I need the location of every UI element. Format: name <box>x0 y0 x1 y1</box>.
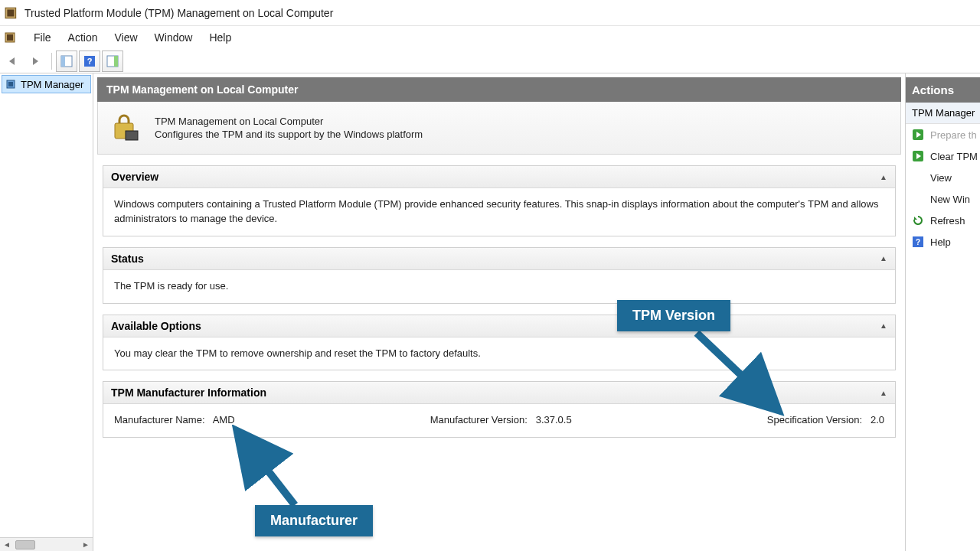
action-label: Prepare th <box>930 129 977 141</box>
svg-text:?: ? <box>916 238 920 246</box>
arrow-right-icon <box>30 56 44 67</box>
section-header-mfr[interactable]: TPM Manufacturer Information ▲ <box>103 382 895 404</box>
spec-version-value: 2.0 <box>871 414 884 425</box>
callout-manufacturer: Manufacturer <box>255 505 373 536</box>
svg-rect-9 <box>114 56 118 67</box>
blank-icon <box>912 193 924 205</box>
section-title: Available Options <box>111 320 201 332</box>
mfr-version-label: Manufacturer Version: <box>430 414 528 425</box>
refresh-icon <box>912 214 924 227</box>
panel-right-icon <box>106 55 119 67</box>
actions-header: Actions <box>906 77 980 103</box>
actions-pane: Actions TPM Manager Prepare th Clear TPM… <box>905 73 980 551</box>
menubar: File Action View Window Help <box>0 26 980 49</box>
action-pane-button[interactable] <box>102 51 123 72</box>
back-button[interactable] <box>3 51 24 72</box>
section-manufacturer-info: TPM Manufacturer Information ▲ Manufactu… <box>103 381 896 438</box>
section-overview: Overview ▲ Windows computers containing … <box>103 165 896 236</box>
tree-horizontal-scrollbar[interactable]: ◄ ► <box>0 537 93 551</box>
overview-body: Windows computers containing a Trusted P… <box>103 188 895 236</box>
scroll-thumb[interactable] <box>15 540 35 549</box>
svg-rect-13 <box>126 131 138 140</box>
toolbar: ? <box>0 49 980 73</box>
tpm-app-icon-small <box>5 31 17 44</box>
collapse-icon: ▲ <box>880 173 887 181</box>
svg-text:?: ? <box>87 57 93 66</box>
play-icon <box>912 129 924 141</box>
action-label: Clear TPM <box>930 151 978 162</box>
action-refresh[interactable]: Refresh <box>906 210 980 231</box>
toolbar-separator <box>51 53 52 70</box>
help-icon: ? <box>912 236 924 248</box>
action-view[interactable]: View <box>906 167 980 188</box>
mfr-name-value: AMD <box>213 414 235 425</box>
svg-rect-1 <box>7 9 14 16</box>
menu-action[interactable]: Action <box>60 28 106 47</box>
panel-icon <box>60 55 73 67</box>
section-title: Overview <box>111 171 158 183</box>
chip-icon <box>5 78 18 90</box>
svg-rect-5 <box>61 56 65 67</box>
tpm-app-icon <box>5 6 18 20</box>
intro-title: TPM Management on Local Computer <box>155 116 423 127</box>
section-status: Status ▲ The TPM is ready for use. <box>103 247 896 304</box>
arrow-left-icon <box>7 56 21 67</box>
action-clear-tpm[interactable]: Clear TPM <box>906 145 980 167</box>
tree-item-tpm[interactable]: TPM Manager <box>2 75 91 93</box>
menu-file[interactable]: File <box>26 28 59 47</box>
menu-view[interactable]: View <box>106 28 145 47</box>
options-body: You may clear the TPM to remove ownershi… <box>103 337 895 370</box>
action-label: New Win <box>930 194 970 205</box>
content-header: TPM Management on Local Computer <box>97 77 901 102</box>
help-icon: ? <box>83 55 96 67</box>
section-available-options: Available Options ▲ You may clear the TP… <box>103 315 896 371</box>
collapse-icon: ▲ <box>880 321 887 330</box>
action-prepare-tpm[interactable]: Prepare th <box>906 124 980 145</box>
section-title: Status <box>111 253 144 265</box>
action-label: Refresh <box>930 215 965 227</box>
titlebar: Trusted Platform Module (TPM) Management… <box>0 0 980 26</box>
section-header-overview[interactable]: Overview ▲ <box>103 166 895 188</box>
scroll-left-icon[interactable]: ◄ <box>0 539 14 551</box>
svg-rect-3 <box>7 34 13 41</box>
tree-item-label: TPM Manager <box>21 79 83 90</box>
tree-pane: TPM Manager ◄ ► <box>0 73 93 551</box>
window-title: Trusted Platform Module (TPM) Management… <box>24 7 333 19</box>
mfr-version-value: 3.37.0.5 <box>536 414 572 425</box>
forward-button[interactable] <box>26 51 47 72</box>
intro-box: TPM Management on Local Computer Configu… <box>97 102 901 155</box>
content-pane: TPM Management on Local Computer TPM Man… <box>93 73 905 551</box>
svg-rect-11 <box>8 82 13 86</box>
console-tree-button[interactable] <box>56 51 77 72</box>
menu-help[interactable]: Help <box>201 28 239 47</box>
intro-desc: Configures the TPM and its support by th… <box>155 129 423 140</box>
section-header-status[interactable]: Status ▲ <box>103 248 895 270</box>
action-label: View <box>930 172 952 184</box>
actions-subheader: TPM Manager <box>906 103 980 124</box>
action-label: Help <box>930 236 951 248</box>
section-header-options[interactable]: Available Options ▲ <box>103 315 895 337</box>
status-body: The TPM is ready for use. <box>103 270 895 303</box>
menu-window[interactable]: Window <box>147 28 201 47</box>
help-toolbar-button[interactable]: ? <box>79 51 100 72</box>
blank-icon <box>912 171 924 184</box>
mfr-row: Manufacturer Name: AMD Manufacturer Vers… <box>114 413 884 428</box>
lock-chip-icon <box>110 112 141 143</box>
action-help[interactable]: ? Help <box>906 231 980 253</box>
collapse-icon: ▲ <box>880 389 887 397</box>
collapse-icon: ▲ <box>880 254 887 262</box>
section-title: TPM Manufacturer Information <box>111 386 266 399</box>
spec-version-label: Specification Version: <box>767 414 862 425</box>
callout-tpm-version: TPM Version <box>617 300 730 331</box>
scroll-right-icon[interactable]: ► <box>79 539 93 551</box>
mfr-name-label: Manufacturer Name: <box>114 414 205 425</box>
play-icon <box>912 150 924 162</box>
action-new-window[interactable]: New Win <box>906 188 980 210</box>
